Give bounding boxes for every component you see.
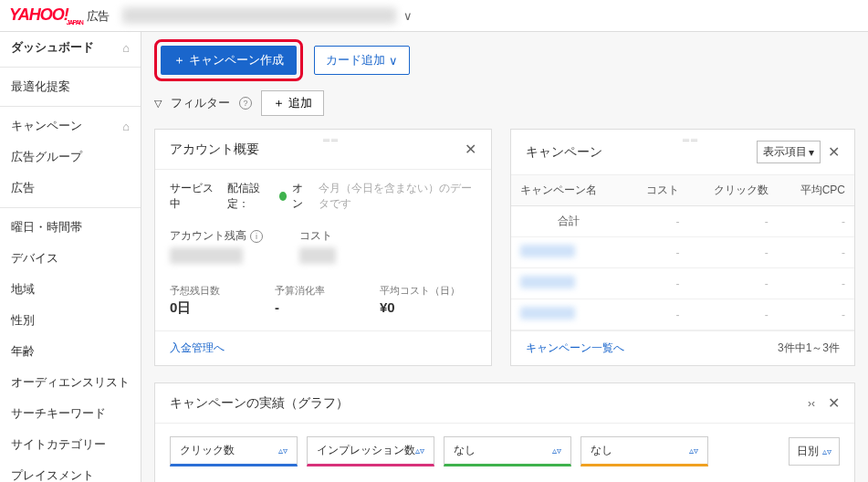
sidebar-item-device[interactable]: デバイス (0, 243, 141, 274)
period-select[interactable]: 日別▵▿ (789, 437, 840, 466)
display-columns-select[interactable]: 表示項目 ▾ (757, 141, 821, 163)
sidebar-item-adgroup[interactable]: 広告グループ (0, 141, 141, 173)
balance-label: アカウント残高 (170, 228, 246, 244)
cost-value (299, 247, 336, 264)
days-left-label: 予想残日数 (170, 284, 220, 298)
metric-select-1[interactable]: クリック数▵▿ (170, 436, 298, 466)
sidebar-item-audience[interactable]: オーディエンスリスト (0, 367, 141, 398)
col-cost[interactable]: コスト (626, 175, 688, 206)
col-clicks[interactable]: クリック数 (688, 175, 777, 206)
sidebar-item-gender[interactable]: 性別 (0, 305, 141, 336)
sidebar-item-sitecat[interactable]: サイトカテゴリー (0, 429, 141, 460)
sidebar-item-optimize[interactable]: 最適化提案 (0, 71, 141, 102)
sort-icon: ▵▿ (689, 445, 698, 456)
card-title: キャンペーンの実績（グラフ） (170, 395, 349, 412)
account-selector[interactable] (122, 7, 396, 24)
deposit-link[interactable]: 入金管理へ (170, 341, 225, 356)
add-card-button[interactable]: カード追加 ∨ (314, 46, 410, 75)
chevron-down-icon: ∨ (389, 54, 398, 68)
campaign-table: キャンペーン名 コスト クリック数 平均CPC 合計 - - - (511, 175, 854, 330)
sidebar-item-dayhour[interactable]: 曜日・時間帯 (0, 212, 141, 243)
filter-icon: ▽ (154, 98, 162, 110)
delivery-label: 配信設定： (227, 181, 274, 212)
campaign-card: キャンペーン ══ 表示項目 ▾ ✕ キャンペーン名 (510, 129, 855, 366)
delivery-on: オン (292, 181, 310, 212)
account-overview-card: アカウント概要 ══ ✕ サービス中 配信設定： オン 今月（今日を含まない）の… (154, 129, 492, 366)
metric-select-2[interactable]: インプレッション数▵▿ (307, 436, 434, 466)
close-icon[interactable]: ✕ (828, 394, 840, 412)
sort-icon: ▵▿ (552, 445, 561, 456)
home-icon: ⌂ (122, 41, 130, 55)
sidebar-item-ad[interactable]: 広告 (0, 173, 141, 204)
filter-label: フィルター (171, 95, 230, 111)
cost-label: コスト (299, 228, 336, 244)
card-title: アカウント概要 (170, 141, 259, 158)
sort-icon: ▵▿ (822, 446, 831, 456)
avg-cost-value: ¥0 (380, 299, 460, 315)
create-campaign-button[interactable]: ＋ キャンペーン作成 (161, 46, 297, 75)
sort-icon: ▵▿ (278, 445, 288, 456)
serving-status: サービス中 (170, 181, 216, 212)
drag-handle-icon[interactable]: ══ (683, 135, 699, 145)
table-row[interactable]: - - - (511, 299, 854, 330)
highlight-frame: ＋ キャンペーン作成 (154, 39, 303, 81)
logo[interactable]: YAHOO!JAPAN広告 (9, 5, 109, 26)
sidebar-item-region[interactable]: 地域 (0, 274, 141, 305)
campaign-list-link[interactable]: キャンペーン一覧へ (526, 341, 624, 356)
chevron-down-icon[interactable]: ∨ (403, 9, 413, 23)
sidebar-item-placement[interactable]: プレイスメント (0, 460, 141, 482)
metric-select-4[interactable]: なし▵▿ (580, 436, 708, 466)
status-dot-icon (279, 192, 287, 201)
period-note: 今月（今日を含まない）のデータです (319, 181, 476, 212)
help-icon[interactable]: i (250, 230, 263, 243)
sidebar: ダッシュボード ⌂ 最適化提案 キャンペーン ⌂ 広告グループ 広告 曜日・時間… (0, 32, 141, 482)
days-left-value: 0日 (170, 299, 220, 317)
sidebar-item-dashboard[interactable]: ダッシュボード ⌂ (0, 32, 141, 63)
budget-rate-value: - (275, 299, 325, 315)
budget-rate-label: 予算消化率 (275, 284, 325, 298)
close-icon[interactable]: ✕ (465, 141, 476, 158)
table-row[interactable]: - - - (511, 237, 854, 268)
add-filter-button[interactable]: ＋ 追加 (261, 90, 324, 116)
total-label: 合計 (511, 206, 626, 237)
help-icon[interactable]: ? (239, 97, 252, 110)
graph-card: キャンペーンの実績（グラフ） ›‹ ✕ クリック数▵▿ インプレッション数▵▿ … (154, 382, 855, 482)
table-row-total: 合計 - - - (511, 206, 854, 237)
sidebar-item-campaign[interactable]: キャンペーン ⌂ (0, 110, 141, 141)
sort-icon: ▵▿ (415, 445, 424, 456)
home-icon: ⌂ (122, 120, 130, 133)
drag-handle-icon[interactable]: ══ (323, 135, 340, 145)
metric-select-3[interactable]: なし▵▿ (444, 436, 571, 466)
chevron-down-icon: ▾ (809, 146, 814, 159)
col-avgcpc[interactable]: 平均CPC (778, 175, 854, 206)
sidebar-item-searchkw[interactable]: サーチキーワード (0, 398, 141, 429)
pager-text: 3件中1～3件 (778, 341, 840, 356)
close-icon[interactable]: ✕ (828, 143, 840, 161)
col-name[interactable]: キャンペーン名 (511, 175, 626, 206)
avg-cost-label: 平均コスト（日） (380, 284, 460, 298)
table-row[interactable]: - - - (511, 268, 854, 299)
balance-value (170, 247, 243, 264)
collapse-icon[interactable]: ›‹ (808, 397, 815, 410)
sidebar-item-age[interactable]: 年齢 (0, 336, 141, 367)
main-content: ＋ キャンペーン作成 カード追加 ∨ ▽ フィルター ? ＋ 追加 アカウント概… (141, 32, 868, 482)
card-title: キャンペーン (526, 144, 602, 161)
